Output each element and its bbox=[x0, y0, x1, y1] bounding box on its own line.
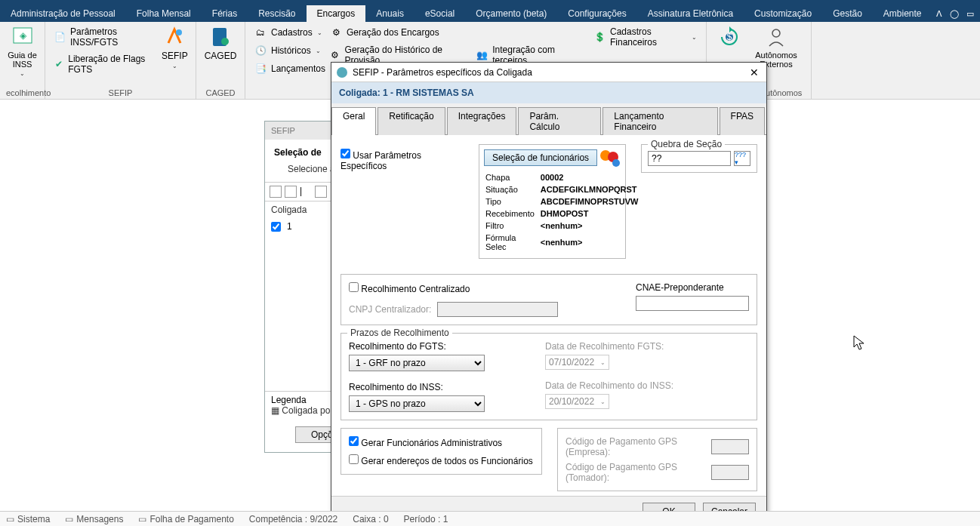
tab-geral[interactable]: Geral bbox=[331, 107, 376, 135]
menu-admin[interactable]: Administração de Pessoal bbox=[0, 5, 126, 22]
menu-folha[interactable]: Folha Mensal bbox=[126, 5, 202, 22]
quebra-secao-input[interactable] bbox=[648, 151, 731, 166]
gear-icon: ⚙ bbox=[330, 26, 342, 38]
chevron-down-icon: ⌄ bbox=[172, 63, 177, 69]
person-icon bbox=[764, 25, 788, 49]
recolhimento-central-checkbox[interactable]: Recolhimento Centralizado bbox=[349, 282, 621, 294]
menu-ambiente[interactable]: Ambiente bbox=[873, 5, 932, 22]
rec-fgts-label: Recolhimento do FGTS: bbox=[349, 341, 485, 352]
kv-label: Situação bbox=[485, 184, 539, 195]
cod-gps-emp-input bbox=[711, 439, 749, 454]
globe-icon[interactable]: ◯ bbox=[950, 9, 959, 19]
dialog-tabs: Geral Retificação Integrações Parâm. Cál… bbox=[331, 106, 766, 135]
row-checkbox[interactable] bbox=[271, 222, 281, 232]
card-icon: 🗂 bbox=[254, 26, 267, 38]
rec-fgts-select[interactable]: 1 - GRF no prazo bbox=[349, 355, 485, 371]
usar-param-checkbox[interactable]: Usar Parâmetros Específicos bbox=[341, 150, 421, 171]
menu-gestao[interactable]: Gestão bbox=[822, 5, 873, 22]
selecao-funcionarios-button[interactable]: Seleção de funcionários bbox=[484, 149, 597, 166]
main-menu: Administração de Pessoal Folha Mensal Fé… bbox=[0, 5, 980, 22]
liberacao-flags-button[interactable]: ✔Liberação de Flags FGTS bbox=[51, 52, 151, 76]
gerar-enderecos-checkbox[interactable]: Gerar endereços de todos os Funcionários bbox=[349, 454, 534, 466]
tab-fpas[interactable]: FPAS bbox=[720, 107, 765, 135]
kv-label: Fórmula Selec bbox=[485, 232, 539, 252]
guia-inss-button[interactable]: ◈ Guia de INSS ⌄ bbox=[6, 25, 39, 77]
cod-gps-tom-input bbox=[711, 465, 749, 480]
cnae-input[interactable] bbox=[636, 296, 749, 311]
data-fgts-input: 07/10/2022⌄ bbox=[545, 355, 609, 370]
caged-icon bbox=[208, 25, 233, 49]
launch-icon: 📑 bbox=[254, 63, 267, 75]
cadastros-financeiros-button[interactable]: 💲Cadastros Financeiros ⌄ bbox=[591, 25, 700, 49]
kv-label: Chapa bbox=[485, 172, 539, 183]
group-label: ecolhimento bbox=[6, 87, 39, 97]
status-folha[interactable]: ▭Folha de Pagamento bbox=[138, 514, 233, 524]
help-icon[interactable]: ▭ bbox=[966, 9, 974, 19]
kv-value: <nenhum> bbox=[541, 220, 643, 231]
dialog-title: SEFIP - Parâmetros específicos da Coliga… bbox=[353, 67, 747, 78]
toolbar-icon[interactable]: | bbox=[300, 186, 312, 198]
cnpj-input bbox=[437, 302, 558, 317]
data-fgts-label: Data de Recolhimento FGTS: bbox=[545, 341, 673, 352]
menu-anuais[interactable]: Anuais bbox=[365, 5, 414, 22]
toolbar-icon[interactable] bbox=[315, 186, 327, 198]
caged-button[interactable]: CAGED bbox=[202, 25, 239, 61]
lookup-button[interactable]: ???▾ bbox=[734, 151, 750, 166]
menu-esocial[interactable]: eSocial bbox=[414, 5, 465, 22]
kv-value: <nenhum> bbox=[541, 232, 643, 252]
menu-custom[interactable]: Customização bbox=[744, 5, 822, 22]
cod-gps-emp-label: Código de Pagamento GPS (Empresa): bbox=[566, 436, 711, 457]
toolbar-icon[interactable] bbox=[285, 186, 297, 198]
menu-ferias[interactable]: Férias bbox=[202, 5, 248, 22]
gerar-admin-checkbox[interactable]: Gerar Funcionários Administrativos bbox=[349, 436, 534, 448]
svg-text:◈: ◈ bbox=[19, 30, 26, 41]
chevron-down-icon: ⌄ bbox=[692, 34, 697, 41]
rec-inss-label: Recolhimento do INSS: bbox=[349, 382, 485, 392]
tab-retificacao[interactable]: Retificação bbox=[378, 107, 445, 135]
sefip-button[interactable]: SEFIP ⌄ bbox=[160, 25, 190, 69]
tab-param-calculo[interactable]: Parâm. Cálculo bbox=[518, 107, 601, 135]
menu-assinatura[interactable]: Assinatura Eletrônica bbox=[637, 5, 744, 22]
group-label: SEFIP bbox=[51, 87, 190, 97]
status-sistema[interactable]: ▭Sistema bbox=[6, 514, 50, 524]
geracao-encargos-button[interactable]: ⚙Geração dos Encargos bbox=[327, 25, 579, 40]
cnpj-label: CNPJ Centralizador: bbox=[349, 304, 431, 315]
kv-value: ACDEFGIKLMNOPQRST bbox=[541, 184, 643, 195]
svg-text:$: $ bbox=[726, 32, 732, 42]
cnae-label: CNAE-Preponderante bbox=[636, 282, 749, 293]
rec-inss-select[interactable]: 1 - GPS no prazo bbox=[349, 395, 485, 412]
data-inss-label: Data de Recolhimento do INSS: bbox=[545, 380, 673, 391]
svg-point-2 bbox=[176, 29, 182, 35]
people-icon bbox=[598, 148, 622, 169]
svg-point-8 bbox=[772, 29, 780, 37]
param-inss-fgts-button[interactable]: 📄Parâmetros INSS/FGTS bbox=[51, 25, 151, 49]
legend-text: Coligada po bbox=[282, 405, 330, 416]
refresh-button[interactable]: $ bbox=[713, 25, 745, 49]
chevron-down-icon: ⌄ bbox=[316, 48, 321, 54]
kv-value: DHMOPOST bbox=[541, 208, 643, 219]
close-button[interactable]: ✕ bbox=[747, 65, 762, 80]
kv-label: Filtro bbox=[485, 220, 539, 231]
collapse-icon[interactable]: ᐱ bbox=[936, 9, 942, 19]
status-mensagens[interactable]: ▭Mensagens bbox=[65, 514, 123, 524]
history-icon: 🕓 bbox=[254, 45, 267, 57]
svg-point-9 bbox=[337, 67, 347, 78]
menu-rescisao[interactable]: Rescisão bbox=[248, 5, 306, 22]
svg-point-12 bbox=[612, 159, 620, 167]
toolbar-icon[interactable] bbox=[270, 186, 282, 198]
doc-icon: 📄 bbox=[54, 31, 66, 43]
book-icon: ◈ bbox=[11, 25, 35, 49]
sefip-params-dialog: SEFIP - Parâmetros específicos da Coliga… bbox=[331, 62, 767, 515]
gear-icon: ⚙ bbox=[330, 49, 341, 61]
check-icon: ✔ bbox=[54, 58, 63, 70]
data-inss-input: 20/10/2022⌄ bbox=[545, 394, 609, 409]
sefip-icon bbox=[162, 25, 186, 49]
menu-orcamento[interactable]: Orçamento (beta) bbox=[465, 5, 557, 22]
menu-encargos[interactable]: Encargos bbox=[307, 5, 366, 22]
menu-config[interactable]: Configurações bbox=[557, 5, 636, 22]
status-caixa: Caixa : 0 bbox=[353, 514, 388, 524]
tab-integracoes[interactable]: Integrações bbox=[447, 107, 517, 135]
chevron-down-icon: ⌄ bbox=[20, 70, 25, 77]
tab-lancamento[interactable]: Lançamento Financeiro bbox=[602, 107, 717, 135]
cursor-icon bbox=[853, 335, 867, 352]
